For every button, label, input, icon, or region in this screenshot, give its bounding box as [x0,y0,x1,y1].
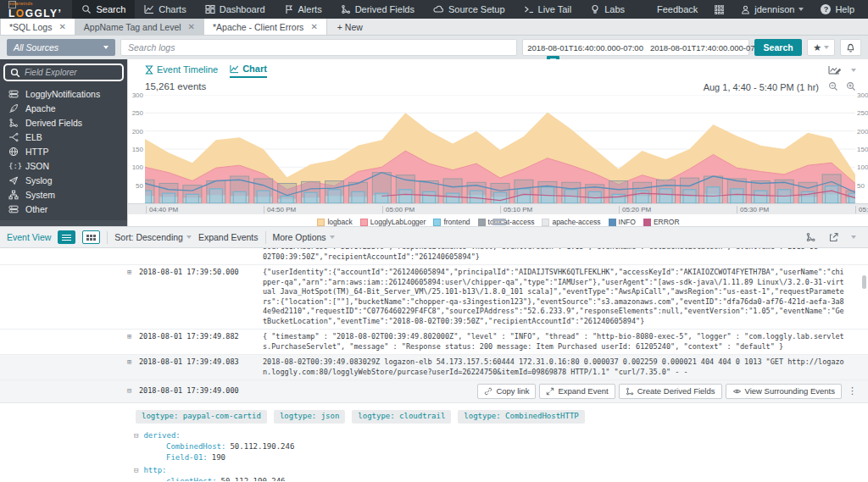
event-row[interactable]: ⊞ 2018-08-01 17:39:50.000 {"userIdentity… [0,265,868,330]
alerts-bell-button[interactable] [840,39,861,56]
derived-fields-icon[interactable] [805,232,816,242]
panel-resize-handle[interactable] [492,219,506,225]
expand-plus-icon[interactable]: ⊞ [127,357,139,368]
sidebar-item-derived-fields[interactable]: Derived Fields [0,115,127,130]
tab-sql-logs[interactable]: *SQL Logs ✕ [0,19,75,35]
event-actions: Copy link Expand Event Create Derived Fi… [477,384,860,399]
expand-plus-icon[interactable]: ⊞ [127,332,139,342]
grid-view-toggle[interactable] [82,230,100,244]
drive-icon [8,89,19,99]
collapse-minus-icon[interactable]: ⊟ [134,465,138,476]
apps-grid-button[interactable] [708,5,731,14]
y-tick: 50 [857,182,868,190]
logtype-tag[interactable]: logtype: CombinedHostHTTP [458,410,584,424]
new-tab-button[interactable]: + New [327,19,373,35]
nav-item-charts[interactable]: Charts [135,0,195,19]
tab-event-timeline[interactable]: Event Timeline [145,64,218,78]
sidebar-scroll-track[interactable] [0,220,127,226]
scrollbar-thumb[interactable] [862,275,866,289]
loggly-logo[interactable]: solarwinds LOGGLY’ [0,0,72,19]
event-chart[interactable]: 300 250 200 150 100 50 300 250 200 150 1… [145,95,855,203]
event-message: {"userIdentity":{"accountId":"2612406058… [263,268,848,326]
sidebar-item-elb[interactable]: ELB [0,130,127,144]
star-icon: ★ [813,43,821,53]
tab-appname-tag-level[interactable]: AppName Tag and Level ✕ [75,19,204,35]
feedback-link[interactable]: Feedback [650,4,704,14]
event-row[interactable]: ⊞ 2018-08-01 17:39:49.083 2018-08-02T00:… [0,355,868,380]
close-icon[interactable]: ✕ [188,22,195,31]
search-button[interactable]: Search [754,39,802,56]
event-row[interactable]: ⊞ 2018-08-01 17:39:49.882 { "timestamp" … [0,330,868,355]
logtype-tag[interactable]: logtype: paypal-com-cartid [136,410,267,424]
time-range-label: Aug 1, 4:40 - 5:40 PM (1 hr) [704,82,819,92]
expand-icon [546,387,554,396]
event-toolbar: Event View Sort: Descending Expand Event… [0,226,868,248]
export-icon[interactable] [828,232,839,242]
grid-icon [86,235,96,241]
date-to-field[interactable]: 2018-08-01T17:40:00.000-07:00 [650,43,766,53]
create-derived-fields-button[interactable]: Create Derived Fields [619,384,722,399]
date-range-picker[interactable]: 2018-08-01T16:40:00.000-07:00 2018-08-01… [522,39,749,56]
logtype-tag[interactable]: logtype: cloudtrail [352,410,451,424]
collapse-minus-icon[interactable]: ⊟ [127,386,139,396]
chevron-down-icon[interactable] [851,235,856,239]
collapse-minus-icon[interactable]: ⊟ [134,430,138,441]
nav-item-source-setup[interactable]: Source Setup [424,0,515,19]
more-actions-menu[interactable]: ⋮ [845,386,860,396]
event-row-clipped[interactable]: sourceIPAddress":"52.6.233.9","responseE… [0,248,868,265]
date-from-field[interactable]: 2018-08-01T16:40:00.000-07:00 [527,43,643,53]
logtype-tag[interactable]: logtype: json [274,410,345,424]
sidebar-item-apache[interactable]: Apache [0,101,127,115]
nav-item-alerts[interactable]: Alerts [275,0,331,19]
legend-swatch [542,219,549,226]
nav-item-labs[interactable]: Labs [581,0,634,19]
view-surrounding-events-button[interactable]: View Surrounding Events [726,384,843,399]
zoom-out-icon[interactable] [828,81,838,91]
tab-bar: *SQL Logs ✕ AppName Tag and Level ✕ *Apa… [0,19,868,36]
drive-icon [8,204,19,214]
copy-link-button[interactable]: Copy link [477,384,536,399]
close-icon[interactable]: ✕ [310,22,317,31]
source-filter-dropdown[interactable]: All Sources [7,39,115,56]
sidebar-item-other[interactable]: Other [0,202,127,216]
user-menu[interactable]: jdennison [734,4,810,14]
sidebar-item-system[interactable]: System [0,187,127,202]
list-view-toggle[interactable] [58,230,75,244]
nav-item-live-tail[interactable]: Live Tail [515,0,581,19]
chart-view-tabs: Event Timeline Chart [145,64,267,78]
zoom-in-icon[interactable] [846,81,856,91]
sidebar-item-logglynotifications[interactable]: LogglyNotifications [0,86,127,101]
legend-swatch [478,219,486,226]
tab-apache-client-errors[interactable]: *Apache - Client Errors ✕ [204,19,327,35]
field-explorer-input[interactable] [25,68,117,77]
expand-event-button[interactable]: Expand Event [539,384,615,399]
help-link[interactable]: ? Help [814,4,861,14]
feather-icon [8,103,19,114]
sort-dropdown[interactable]: Sort: Descending [114,232,192,242]
close-icon[interactable]: ✕ [58,22,65,31]
tab-chart[interactable]: Chart [230,64,267,78]
sidebar-item-json[interactable]: {:} JSON [0,158,127,173]
search-bar: All Sources 2018-08-01T16:40:00.000-07:0… [0,36,868,59]
nav-item-search[interactable]: Search [72,0,135,19]
event-list: sourceIPAddress":"52.6.233.9","responseE… [0,248,868,481]
expand-plus-icon[interactable]: ⊞ [127,268,139,278]
expand-events-button[interactable]: Expand Events [198,232,259,242]
divider [107,231,108,244]
chart-canvas[interactable] [145,95,855,203]
chevron-down-icon[interactable] [851,69,856,72]
save-search-button[interactable]: ★ [807,39,835,56]
nav-item-dashboard[interactable]: Dashboard [196,0,275,19]
y-tick: 200 [130,128,143,136]
sidebar-item-syslog[interactable]: Syslog [0,173,127,187]
event-row-selected[interactable]: ⊟ 2018-08-01 17:39:49.000 Copy link Expa… [0,380,868,403]
field-explorer-search[interactable] [3,64,124,81]
chevron-down-icon [798,8,804,11]
sidebar-item-http[interactable]: HTTP [0,144,127,158]
search-input[interactable] [120,39,517,56]
edit-chart-icon[interactable] [828,64,841,75]
nav-item-derived-fields[interactable]: Derived Fields [331,0,424,19]
event-message: 02T00:39:50Z","recipientAccountId":"2612… [0,252,868,263]
search-icon [10,68,20,78]
more-options-dropdown[interactable]: More Options [273,232,335,242]
